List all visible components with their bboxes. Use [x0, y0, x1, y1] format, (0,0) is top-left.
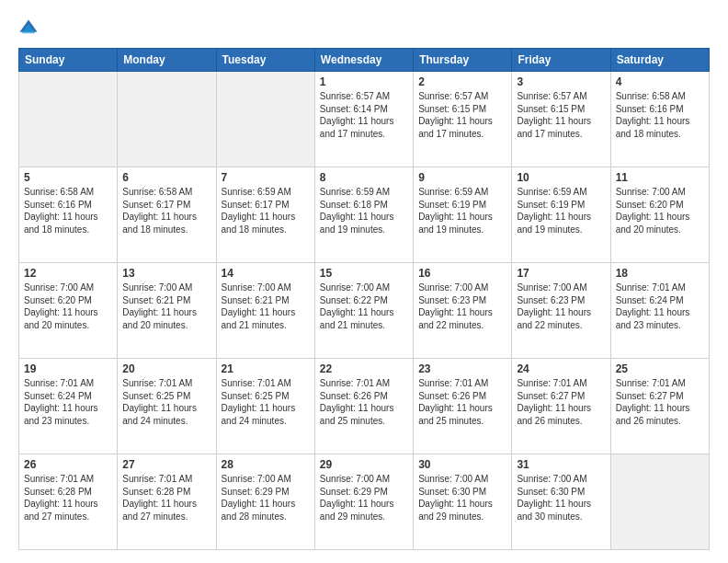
day-number: 19 [24, 362, 112, 375]
calendar-cell: 4Sunrise: 6:58 AMSunset: 6:16 PMDaylight… [610, 72, 709, 167]
calendar-cell: 12Sunrise: 7:00 AMSunset: 6:20 PMDayligh… [19, 263, 118, 359]
calendar-cell: 20Sunrise: 7:01 AMSunset: 6:25 PMDayligh… [118, 359, 216, 454]
day-number: 1 [320, 75, 408, 88]
cell-info: Sunrise: 6:58 AMSunset: 6:16 PMDaylight:… [616, 90, 704, 140]
calendar-cell: 15Sunrise: 7:00 AMSunset: 6:22 PMDayligh… [314, 263, 413, 359]
day-number: 14 [222, 267, 310, 280]
weekday-header: Wednesday [314, 49, 413, 72]
calendar-cell: 1Sunrise: 6:57 AMSunset: 6:14 PMDaylight… [314, 72, 413, 167]
calendar-cell: 21Sunrise: 7:01 AMSunset: 6:25 PMDayligh… [216, 359, 314, 454]
calendar-week-row: 19Sunrise: 7:01 AMSunset: 6:24 PMDayligh… [19, 359, 710, 454]
calendar-cell: 24Sunrise: 7:01 AMSunset: 6:27 PMDayligh… [512, 359, 610, 454]
cell-info: Sunrise: 7:01 AMSunset: 6:27 PMDaylight:… [517, 377, 605, 427]
day-number: 27 [122, 458, 210, 471]
calendar-week-row: 26Sunrise: 7:01 AMSunset: 6:28 PMDayligh… [19, 454, 710, 550]
cell-info: Sunrise: 7:01 AMSunset: 6:25 PMDaylight:… [222, 377, 310, 427]
day-number: 24 [517, 362, 605, 375]
calendar-cell: 23Sunrise: 7:01 AMSunset: 6:26 PMDayligh… [414, 359, 512, 454]
weekday-header: Saturday [610, 49, 709, 72]
day-number: 3 [517, 75, 605, 88]
calendar-cell: 30Sunrise: 7:00 AMSunset: 6:30 PMDayligh… [414, 454, 512, 550]
day-number: 21 [222, 362, 310, 375]
day-number: 2 [418, 75, 506, 88]
day-number: 25 [616, 362, 704, 375]
day-number: 22 [320, 362, 408, 375]
cell-info: Sunrise: 7:00 AMSunset: 6:30 PMDaylight:… [517, 473, 605, 523]
weekday-header: Sunday [19, 49, 118, 72]
cell-info: Sunrise: 7:00 AMSunset: 6:20 PMDaylight:… [24, 282, 112, 331]
day-number: 16 [418, 267, 506, 280]
weekday-header: Monday [118, 49, 216, 72]
day-number: 15 [320, 267, 408, 280]
day-number: 30 [418, 458, 506, 471]
day-number: 18 [616, 267, 704, 280]
calendar-week-row: 12Sunrise: 7:00 AMSunset: 6:20 PMDayligh… [19, 263, 710, 359]
day-number: 7 [222, 171, 310, 184]
cell-info: Sunrise: 6:58 AMSunset: 6:17 PMDaylight:… [122, 186, 210, 236]
calendar-cell: 9Sunrise: 6:59 AMSunset: 6:19 PMDaylight… [414, 167, 512, 263]
calendar-cell: 14Sunrise: 7:00 AMSunset: 6:21 PMDayligh… [216, 263, 314, 359]
weekday-header: Tuesday [216, 49, 314, 72]
day-number: 23 [418, 362, 506, 375]
calendar-cell: 22Sunrise: 7:01 AMSunset: 6:26 PMDayligh… [314, 359, 413, 454]
day-number: 5 [24, 171, 112, 184]
cell-info: Sunrise: 7:00 AMSunset: 6:29 PMDaylight:… [222, 473, 310, 523]
weekday-header-row: SundayMondayTuesdayWednesdayThursdayFrid… [19, 49, 710, 72]
calendar-cell [216, 72, 314, 167]
cell-info: Sunrise: 7:00 AMSunset: 6:21 PMDaylight:… [222, 282, 310, 331]
cell-info: Sunrise: 7:01 AMSunset: 6:27 PMDaylight:… [616, 377, 704, 427]
calendar-cell: 5Sunrise: 6:58 AMSunset: 6:16 PMDaylight… [19, 167, 118, 263]
calendar-cell: 6Sunrise: 6:58 AMSunset: 6:17 PMDaylight… [118, 167, 216, 263]
calendar-cell: 26Sunrise: 7:01 AMSunset: 6:28 PMDayligh… [19, 454, 118, 550]
calendar-cell: 29Sunrise: 7:00 AMSunset: 6:29 PMDayligh… [314, 454, 413, 550]
cell-info: Sunrise: 7:00 AMSunset: 6:20 PMDaylight:… [616, 186, 704, 236]
cell-info: Sunrise: 7:01 AMSunset: 6:26 PMDaylight:… [320, 377, 408, 427]
calendar-cell: 3Sunrise: 6:57 AMSunset: 6:15 PMDaylight… [512, 72, 610, 167]
cell-info: Sunrise: 7:00 AMSunset: 6:23 PMDaylight:… [517, 282, 605, 331]
calendar-cell: 17Sunrise: 7:00 AMSunset: 6:23 PMDayligh… [512, 263, 610, 359]
calendar-cell: 18Sunrise: 7:01 AMSunset: 6:24 PMDayligh… [610, 263, 709, 359]
cell-info: Sunrise: 6:57 AMSunset: 6:15 PMDaylight:… [517, 90, 605, 140]
page: SundayMondayTuesdayWednesdayThursdayFrid… [0, 0, 728, 563]
cell-info: Sunrise: 7:00 AMSunset: 6:21 PMDaylight:… [122, 282, 210, 331]
cell-info: Sunrise: 7:00 AMSunset: 6:30 PMDaylight:… [418, 473, 506, 523]
cell-info: Sunrise: 6:59 AMSunset: 6:19 PMDaylight:… [418, 186, 506, 236]
day-number: 6 [122, 171, 210, 184]
calendar-cell: 19Sunrise: 7:01 AMSunset: 6:24 PMDayligh… [19, 359, 118, 454]
calendar-cell: 28Sunrise: 7:00 AMSunset: 6:29 PMDayligh… [216, 454, 314, 550]
logo [18, 17, 42, 39]
cell-info: Sunrise: 7:01 AMSunset: 6:28 PMDaylight:… [24, 473, 112, 523]
calendar-cell [118, 72, 216, 167]
day-number: 9 [418, 171, 506, 184]
cell-info: Sunrise: 7:00 AMSunset: 6:22 PMDaylight:… [320, 282, 408, 331]
cell-info: Sunrise: 6:58 AMSunset: 6:16 PMDaylight:… [24, 186, 112, 236]
calendar-cell: 27Sunrise: 7:01 AMSunset: 6:28 PMDayligh… [118, 454, 216, 550]
day-number: 10 [517, 171, 605, 184]
calendar-cell: 10Sunrise: 6:59 AMSunset: 6:19 PMDayligh… [512, 167, 610, 263]
weekday-header: Friday [512, 49, 610, 72]
calendar-week-row: 5Sunrise: 6:58 AMSunset: 6:16 PMDaylight… [19, 167, 710, 263]
day-number: 26 [24, 458, 112, 471]
calendar-cell: 7Sunrise: 6:59 AMSunset: 6:17 PMDaylight… [216, 167, 314, 263]
cell-info: Sunrise: 6:59 AMSunset: 6:18 PMDaylight:… [320, 186, 408, 236]
cell-info: Sunrise: 7:01 AMSunset: 6:28 PMDaylight:… [122, 473, 210, 523]
header [18, 17, 710, 39]
day-number: 8 [320, 171, 408, 184]
cell-info: Sunrise: 6:59 AMSunset: 6:17 PMDaylight:… [222, 186, 310, 236]
day-number: 12 [24, 267, 112, 280]
cell-info: Sunrise: 6:57 AMSunset: 6:14 PMDaylight:… [320, 90, 408, 140]
cell-info: Sunrise: 6:57 AMSunset: 6:15 PMDaylight:… [418, 90, 506, 140]
cell-info: Sunrise: 6:59 AMSunset: 6:19 PMDaylight:… [517, 186, 605, 236]
cell-info: Sunrise: 7:00 AMSunset: 6:23 PMDaylight:… [418, 282, 506, 331]
day-number: 28 [222, 458, 310, 471]
calendar-cell: 8Sunrise: 6:59 AMSunset: 6:18 PMDaylight… [314, 167, 413, 263]
day-number: 29 [320, 458, 408, 471]
day-number: 31 [517, 458, 605, 471]
cell-info: Sunrise: 7:01 AMSunset: 6:26 PMDaylight:… [418, 377, 506, 427]
calendar-week-row: 1Sunrise: 6:57 AMSunset: 6:14 PMDaylight… [19, 72, 710, 167]
calendar-cell [610, 454, 709, 550]
day-number: 17 [517, 267, 605, 280]
day-number: 20 [122, 362, 210, 375]
day-number: 4 [616, 75, 704, 88]
day-number: 11 [616, 171, 704, 184]
